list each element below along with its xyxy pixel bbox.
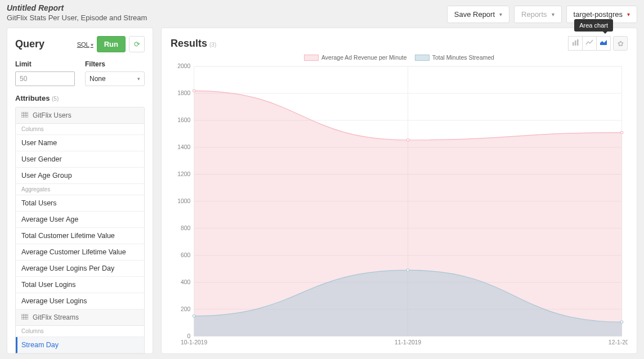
attributes-count: (5) bbox=[52, 96, 59, 102]
area-chart-button[interactable] bbox=[596, 36, 611, 51]
refresh-button[interactable]: ⟳ bbox=[129, 36, 145, 52]
svg-rect-0 bbox=[21, 112, 28, 118]
limit-label: Limit bbox=[15, 60, 75, 68]
attribute-item[interactable]: User Name bbox=[16, 135, 144, 151]
svg-text:400: 400 bbox=[181, 279, 191, 285]
attribute-section-label: Aggregates bbox=[16, 184, 144, 195]
svg-text:200: 200 bbox=[181, 306, 191, 312]
sql-dropdown[interactable]: SQL bbox=[77, 41, 93, 48]
legend-item[interactable]: Average Ad Revenue per Minute bbox=[304, 54, 407, 61]
chart-legend: Average Ad Revenue per MinuteTotal Minut… bbox=[171, 54, 628, 61]
bar-chart-icon bbox=[572, 39, 579, 47]
attribute-item[interactable]: Average User Age bbox=[16, 212, 144, 228]
chevron-down-icon: ▾ bbox=[137, 76, 140, 82]
area-chart: 020040060080010001200140016001800200010-… bbox=[171, 63, 628, 350]
svg-text:1400: 1400 bbox=[177, 144, 190, 150]
svg-rect-5 bbox=[21, 314, 28, 320]
legend-item[interactable]: Total Minutes Streamed bbox=[415, 54, 494, 61]
query-title: Query bbox=[15, 38, 44, 50]
svg-text:1800: 1800 bbox=[177, 90, 190, 96]
reports-label: Reports bbox=[521, 10, 547, 19]
filters-value: None bbox=[90, 75, 106, 83]
svg-point-44 bbox=[620, 131, 623, 133]
datasource-label: target-postgres bbox=[574, 10, 623, 19]
svg-text:10-1-2019: 10-1-2019 bbox=[181, 339, 208, 345]
report-subtitle: GitFlix Stats Per User, Episode and Stre… bbox=[7, 14, 147, 22]
table-icon bbox=[21, 111, 28, 119]
svg-text:1600: 1600 bbox=[177, 117, 190, 123]
line-chart-icon bbox=[585, 39, 593, 47]
attribute-section-label: Columns bbox=[16, 326, 144, 337]
results-panel: Results (3) Area chart ✿ Average Ad Reve… bbox=[161, 28, 637, 354]
svg-marker-13 bbox=[600, 40, 607, 45]
attribute-item[interactable]: Average User Logins bbox=[16, 293, 144, 309]
svg-point-47 bbox=[620, 321, 623, 323]
line-chart-button[interactable] bbox=[582, 36, 597, 51]
attribute-section-label: Columns bbox=[16, 124, 144, 135]
svg-point-42 bbox=[193, 89, 195, 92]
svg-text:12-1-2019: 12-1-2019 bbox=[609, 339, 628, 345]
gear-icon: ✿ bbox=[618, 39, 624, 48]
results-count: (3) bbox=[209, 42, 216, 48]
query-panel: Query SQL Run ⟳ Limit Filters None ▾ Att… bbox=[7, 28, 153, 354]
area-chart-icon bbox=[600, 39, 607, 47]
svg-text:1200: 1200 bbox=[177, 171, 190, 177]
run-button[interactable]: Run bbox=[97, 36, 126, 52]
attribute-item[interactable]: Total User Logins bbox=[16, 277, 144, 293]
attribute-group-head[interactable]: GitFlix Streams bbox=[16, 309, 144, 326]
svg-rect-12 bbox=[577, 39, 579, 46]
reports-dropdown[interactable]: Reports bbox=[514, 6, 562, 23]
attribute-item[interactable]: Total Customer Lifetime Value bbox=[16, 228, 144, 244]
svg-text:1000: 1000 bbox=[177, 198, 190, 204]
legend-swatch bbox=[304, 55, 319, 61]
table-icon bbox=[21, 313, 28, 321]
refresh-icon: ⟳ bbox=[134, 40, 140, 48]
chart-settings-button[interactable]: ✿ bbox=[613, 36, 628, 51]
filters-label: Filters bbox=[85, 60, 145, 68]
attribute-item[interactable]: Stream Day bbox=[16, 337, 144, 353]
svg-point-43 bbox=[406, 139, 409, 141]
attribute-item[interactable]: Average User Logins Per Day bbox=[16, 261, 144, 277]
svg-text:2000: 2000 bbox=[177, 63, 190, 69]
attribute-group-head[interactable]: GitFlix Users bbox=[16, 107, 144, 124]
results-title: Results bbox=[171, 38, 207, 50]
attributes-label: Attributes bbox=[15, 94, 50, 102]
attribute-item[interactable]: User Age Group bbox=[16, 168, 144, 184]
attribute-group-label: GitFlix Streams bbox=[33, 313, 79, 321]
svg-rect-10 bbox=[573, 42, 574, 46]
attribute-item[interactable]: Average Customer Lifetime Value bbox=[16, 244, 144, 261]
attribute-item[interactable]: User Gender bbox=[16, 151, 144, 168]
chart-tooltip: Area chart bbox=[574, 19, 613, 32]
svg-rect-11 bbox=[575, 41, 576, 46]
report-title: Untitled Report bbox=[7, 3, 147, 12]
attribute-item[interactable]: Total Users bbox=[16, 195, 144, 212]
svg-text:800: 800 bbox=[181, 225, 191, 231]
svg-text:0: 0 bbox=[187, 333, 191, 339]
limit-input[interactable] bbox=[15, 71, 75, 86]
attribute-item[interactable]: Stream Month bbox=[16, 353, 144, 354]
svg-text:11-1-2019: 11-1-2019 bbox=[395, 339, 422, 345]
bar-chart-button[interactable] bbox=[568, 36, 583, 51]
legend-label: Average Ad Revenue per Minute bbox=[321, 54, 407, 61]
filters-select[interactable]: None ▾ bbox=[85, 71, 145, 86]
svg-point-45 bbox=[193, 315, 195, 317]
svg-point-46 bbox=[406, 269, 409, 271]
legend-label: Total Minutes Streamed bbox=[432, 54, 494, 61]
save-report-button[interactable]: Save Report bbox=[447, 6, 509, 23]
attribute-group-label: GitFlix Users bbox=[33, 111, 71, 119]
save-report-label: Save Report bbox=[454, 10, 495, 19]
svg-text:600: 600 bbox=[181, 252, 191, 258]
attributes-list: GitFlix UsersColumnsUser NameUser Gender… bbox=[15, 107, 145, 354]
legend-swatch bbox=[415, 55, 430, 61]
